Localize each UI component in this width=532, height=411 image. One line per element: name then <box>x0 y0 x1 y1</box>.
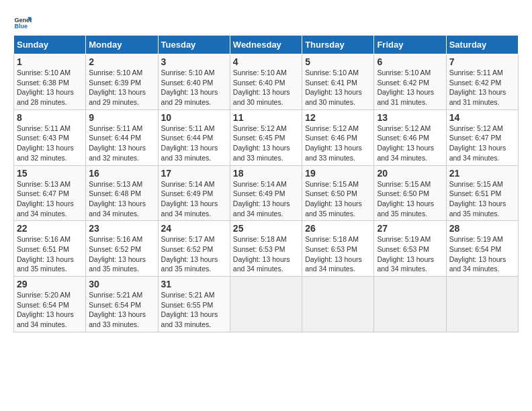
day-info: Sunrise: 5:11 AMSunset: 6:44 PMDaylight:… <box>89 124 154 163</box>
day-info: Sunrise: 5:18 AMSunset: 6:53 PMDaylight:… <box>305 234 371 274</box>
day-info: Sunrise: 5:12 AMSunset: 6:46 PMDaylight:… <box>305 124 371 163</box>
calendar-day-cell: 17Sunrise: 5:14 AMSunset: 6:49 PMDayligh… <box>158 165 230 221</box>
calendar-day-cell: 1Sunrise: 5:10 AMSunset: 6:38 PMDaylight… <box>14 54 86 110</box>
day-info: Sunrise: 5:15 AMSunset: 6:50 PMDaylight:… <box>305 179 371 219</box>
calendar-day-cell <box>446 277 518 332</box>
calendar-header-cell: Monday <box>86 36 158 54</box>
day-number: 25 <box>233 223 299 234</box>
day-info: Sunrise: 5:11 AMSunset: 6:42 PMDaylight:… <box>449 68 515 107</box>
day-number: 4 <box>233 56 299 67</box>
calendar-day-cell: 11Sunrise: 5:12 AMSunset: 6:45 PMDayligh… <box>230 109 302 165</box>
calendar-day-cell: 4Sunrise: 5:10 AMSunset: 6:40 PMDaylight… <box>230 54 302 110</box>
day-info: Sunrise: 5:13 AMSunset: 6:48 PMDaylight:… <box>89 179 154 219</box>
day-number: 15 <box>17 168 83 179</box>
calendar-day-cell <box>230 277 302 332</box>
day-number: 30 <box>89 279 154 289</box>
logo: General Blue <box>13 13 32 32</box>
day-number: 14 <box>449 112 515 123</box>
calendar-day-cell: 20Sunrise: 5:15 AMSunset: 6:50 PMDayligh… <box>374 165 446 221</box>
calendar-day-cell <box>302 277 374 332</box>
day-number: 18 <box>233 168 299 179</box>
calendar-day-cell: 24Sunrise: 5:17 AMSunset: 6:52 PMDayligh… <box>158 221 230 277</box>
calendar-day-cell: 8Sunrise: 5:11 AMSunset: 6:43 PMDaylight… <box>14 109 86 165</box>
day-info: Sunrise: 5:15 AMSunset: 6:51 PMDaylight:… <box>449 179 515 219</box>
day-info: Sunrise: 5:10 AMSunset: 6:40 PMDaylight:… <box>233 68 299 107</box>
calendar-day-cell: 23Sunrise: 5:16 AMSunset: 6:52 PMDayligh… <box>86 221 158 277</box>
day-number: 1 <box>17 56 83 67</box>
day-info: Sunrise: 5:10 AMSunset: 6:41 PMDaylight:… <box>305 68 371 107</box>
day-number: 19 <box>305 168 371 179</box>
day-number: 17 <box>161 168 227 179</box>
day-info: Sunrise: 5:21 AMSunset: 6:55 PMDaylight:… <box>161 290 227 330</box>
calendar-day-cell: 26Sunrise: 5:18 AMSunset: 6:53 PMDayligh… <box>302 221 374 277</box>
logo-icon: General Blue <box>13 13 32 32</box>
day-info: Sunrise: 5:20 AMSunset: 6:54 PMDaylight:… <box>17 290 83 330</box>
day-info: Sunrise: 5:10 AMSunset: 6:40 PMDaylight:… <box>161 68 227 107</box>
day-info: Sunrise: 5:18 AMSunset: 6:53 PMDaylight:… <box>233 234 299 274</box>
calendar-day-cell: 21Sunrise: 5:15 AMSunset: 6:51 PMDayligh… <box>446 165 518 221</box>
day-number: 13 <box>377 112 443 123</box>
day-number: 12 <box>305 112 371 123</box>
calendar-header-cell: Thursday <box>302 36 374 54</box>
day-info: Sunrise: 5:12 AMSunset: 6:45 PMDaylight:… <box>233 124 299 163</box>
calendar-week-row: 1Sunrise: 5:10 AMSunset: 6:38 PMDaylight… <box>14 54 519 110</box>
day-number: 16 <box>89 168 154 179</box>
day-info: Sunrise: 5:10 AMSunset: 6:42 PMDaylight:… <box>377 68 443 107</box>
calendar-day-cell: 13Sunrise: 5:12 AMSunset: 6:46 PMDayligh… <box>374 109 446 165</box>
day-number: 31 <box>161 279 227 289</box>
day-number: 21 <box>449 168 515 179</box>
day-number: 22 <box>17 223 83 234</box>
day-info: Sunrise: 5:13 AMSunset: 6:47 PMDaylight:… <box>17 179 83 219</box>
day-number: 2 <box>89 56 154 67</box>
day-number: 5 <box>305 56 371 67</box>
calendar-day-cell: 3Sunrise: 5:10 AMSunset: 6:40 PMDaylight… <box>158 54 230 110</box>
calendar-header-cell: Wednesday <box>230 36 302 54</box>
day-number: 11 <box>233 112 299 123</box>
calendar-day-cell: 10Sunrise: 5:11 AMSunset: 6:44 PMDayligh… <box>158 109 230 165</box>
day-number: 28 <box>449 223 515 234</box>
calendar-table: SundayMondayTuesdayWednesdayThursdayFrid… <box>13 35 519 332</box>
day-info: Sunrise: 5:12 AMSunset: 6:47 PMDaylight:… <box>449 124 515 163</box>
day-number: 23 <box>89 223 154 234</box>
calendar-day-cell: 29Sunrise: 5:20 AMSunset: 6:54 PMDayligh… <box>14 277 86 332</box>
day-number: 6 <box>377 56 443 67</box>
day-info: Sunrise: 5:14 AMSunset: 6:49 PMDaylight:… <box>161 179 227 219</box>
calendar-day-cell <box>374 277 446 332</box>
day-info: Sunrise: 5:16 AMSunset: 6:52 PMDaylight:… <box>89 234 154 274</box>
calendar-day-cell: 28Sunrise: 5:19 AMSunset: 6:54 PMDayligh… <box>446 221 518 277</box>
day-number: 26 <box>305 223 371 234</box>
calendar-header-cell: Friday <box>374 36 446 54</box>
calendar-day-cell: 15Sunrise: 5:13 AMSunset: 6:47 PMDayligh… <box>14 165 86 221</box>
calendar-day-cell: 31Sunrise: 5:21 AMSunset: 6:55 PMDayligh… <box>158 277 230 332</box>
calendar-week-row: 22Sunrise: 5:16 AMSunset: 6:51 PMDayligh… <box>14 221 519 277</box>
calendar-body: 1Sunrise: 5:10 AMSunset: 6:38 PMDaylight… <box>14 54 519 332</box>
day-number: 9 <box>89 112 154 123</box>
day-info: Sunrise: 5:15 AMSunset: 6:50 PMDaylight:… <box>377 179 443 219</box>
day-number: 8 <box>17 112 83 123</box>
calendar-day-cell: 30Sunrise: 5:21 AMSunset: 6:54 PMDayligh… <box>86 277 158 332</box>
calendar-header-cell: Tuesday <box>158 36 230 54</box>
day-info: Sunrise: 5:10 AMSunset: 6:38 PMDaylight:… <box>17 68 83 107</box>
page-container: General Blue SundayMondayTuesdayWednesda… <box>13 13 519 332</box>
calendar-day-cell: 12Sunrise: 5:12 AMSunset: 6:46 PMDayligh… <box>302 109 374 165</box>
calendar-week-row: 29Sunrise: 5:20 AMSunset: 6:54 PMDayligh… <box>14 277 519 332</box>
calendar-day-cell: 25Sunrise: 5:18 AMSunset: 6:53 PMDayligh… <box>230 221 302 277</box>
calendar-day-cell: 7Sunrise: 5:11 AMSunset: 6:42 PMDaylight… <box>446 54 518 110</box>
calendar-day-cell: 22Sunrise: 5:16 AMSunset: 6:51 PMDayligh… <box>14 221 86 277</box>
day-number: 24 <box>161 223 227 234</box>
day-number: 27 <box>377 223 443 234</box>
day-number: 29 <box>17 279 83 289</box>
calendar-week-row: 8Sunrise: 5:11 AMSunset: 6:43 PMDaylight… <box>14 109 519 165</box>
calendar-header-cell: Sunday <box>14 36 86 54</box>
calendar-header-cell: Saturday <box>446 36 518 54</box>
calendar-day-cell: 2Sunrise: 5:10 AMSunset: 6:39 PMDaylight… <box>86 54 158 110</box>
day-info: Sunrise: 5:16 AMSunset: 6:51 PMDaylight:… <box>17 234 83 274</box>
day-info: Sunrise: 5:19 AMSunset: 6:53 PMDaylight:… <box>377 234 443 274</box>
calendar-day-cell: 6Sunrise: 5:10 AMSunset: 6:42 PMDaylight… <box>374 54 446 110</box>
day-info: Sunrise: 5:10 AMSunset: 6:39 PMDaylight:… <box>89 68 154 107</box>
header: General Blue <box>13 13 519 32</box>
day-info: Sunrise: 5:11 AMSunset: 6:44 PMDaylight:… <box>161 124 227 163</box>
day-number: 3 <box>161 56 227 67</box>
calendar-day-cell: 19Sunrise: 5:15 AMSunset: 6:50 PMDayligh… <box>302 165 374 221</box>
calendar-day-cell: 9Sunrise: 5:11 AMSunset: 6:44 PMDaylight… <box>86 109 158 165</box>
